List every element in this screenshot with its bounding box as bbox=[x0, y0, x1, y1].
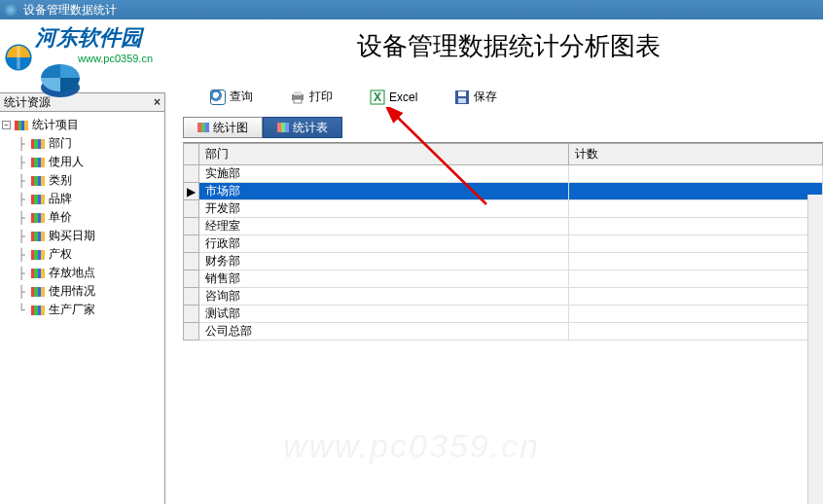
table-row[interactable]: 开发部 bbox=[184, 200, 823, 218]
tree-item[interactable]: ├产权 bbox=[2, 245, 162, 264]
sidebar-close-icon[interactable]: × bbox=[154, 95, 161, 109]
bars-icon bbox=[31, 269, 45, 278]
col-count[interactable]: 计数 bbox=[569, 144, 823, 165]
bars-icon bbox=[31, 287, 45, 297]
bars-icon bbox=[277, 123, 289, 132]
cell-dept: 行政部 bbox=[199, 235, 569, 253]
tree-item-label: 产权 bbox=[49, 246, 72, 263]
row-gutter bbox=[184, 306, 199, 323]
bars-icon bbox=[31, 139, 45, 149]
svg-rect-1 bbox=[17, 46, 19, 69]
vertical-scrollbar[interactable] bbox=[807, 195, 823, 504]
tree-item-label: 存放地点 bbox=[49, 265, 95, 281]
app-icon bbox=[4, 3, 18, 17]
row-gutter bbox=[184, 235, 199, 253]
search-icon bbox=[210, 90, 226, 105]
cell-count bbox=[569, 183, 823, 200]
table-row[interactable]: 实施部 bbox=[184, 165, 823, 183]
cell-dept: 销售部 bbox=[199, 270, 569, 288]
table-row[interactable]: 经理室 bbox=[184, 218, 823, 235]
cell-dept: 公司总部 bbox=[199, 323, 569, 341]
bars-icon bbox=[31, 250, 45, 260]
svg-rect-9 bbox=[458, 91, 466, 96]
excel-icon: X bbox=[370, 90, 385, 105]
table-row[interactable]: 咨询部 bbox=[184, 288, 823, 306]
toolbar: 查询 打印 X Excel 保存 bbox=[165, 78, 823, 117]
tree-item[interactable]: ├部门 bbox=[2, 134, 162, 153]
tree-root[interactable]: − 统计项目 bbox=[2, 116, 162, 134]
bars-icon bbox=[197, 123, 209, 132]
tab-chart[interactable]: 统计图 bbox=[183, 117, 263, 138]
logo-area: 河东软件园 www.pc0359.cn bbox=[0, 19, 195, 88]
row-gutter bbox=[184, 323, 199, 341]
tree-item-label: 购买日期 bbox=[49, 228, 95, 244]
tabset: 统计图 统计表 bbox=[165, 117, 823, 138]
tree-item-label: 部门 bbox=[49, 135, 72, 152]
row-gutter bbox=[184, 253, 199, 270]
tab-table[interactable]: 统计表 bbox=[263, 117, 342, 138]
cell-dept: 咨询部 bbox=[199, 288, 569, 306]
svg-rect-4 bbox=[294, 91, 302, 95]
row-gutter bbox=[184, 165, 199, 183]
tree-item[interactable]: ├单价 bbox=[2, 208, 162, 227]
pie-chart-icon bbox=[37, 58, 84, 105]
tree-item[interactable]: ├购买日期 bbox=[2, 227, 162, 245]
collapse-icon[interactable]: − bbox=[2, 121, 11, 129]
cell-dept: 开发部 bbox=[199, 200, 569, 218]
tree-item[interactable]: ├类别 bbox=[2, 171, 162, 190]
tree-item-label: 使用人 bbox=[49, 154, 84, 170]
svg-text:X: X bbox=[374, 90, 381, 104]
table-row[interactable]: 销售部 bbox=[184, 270, 823, 288]
tree-item-label: 生产厂家 bbox=[49, 302, 95, 318]
main-area: 查询 打印 X Excel 保存 统计图 统计表 bbox=[165, 78, 823, 504]
tree-item[interactable]: ├品牌 bbox=[2, 190, 162, 208]
cell-count bbox=[569, 165, 823, 183]
tree-item-label: 单价 bbox=[49, 209, 72, 226]
print-button[interactable]: 打印 bbox=[290, 89, 333, 105]
bars-icon bbox=[31, 306, 45, 315]
cell-dept: 财务部 bbox=[199, 253, 569, 270]
sidebar: 统计资源 × − 统计项目 ├部门├使用人├类别├品牌├单价├购买日期├产权├存… bbox=[0, 92, 165, 504]
cell-dept: 实施部 bbox=[199, 165, 569, 183]
tree-item[interactable]: ├使用人 bbox=[2, 153, 162, 171]
tree-item-label: 使用情况 bbox=[49, 283, 95, 300]
tree-item-label: 品牌 bbox=[49, 191, 72, 207]
tree-item[interactable]: ├使用情况 bbox=[2, 282, 162, 301]
cell-count bbox=[569, 218, 823, 235]
page-title: 设备管理数据统计分析图表 bbox=[195, 29, 823, 63]
tree: − 统计项目 ├部门├使用人├类别├品牌├单价├购买日期├产权├存放地点├使用情… bbox=[0, 112, 164, 504]
table-row[interactable]: 公司总部 bbox=[184, 323, 823, 341]
bars-icon bbox=[31, 232, 45, 241]
cell-count bbox=[569, 270, 823, 288]
cell-count bbox=[569, 323, 823, 341]
tree-item[interactable]: ├存放地点 bbox=[2, 264, 162, 282]
data-grid[interactable]: 部门 计数 实施部▶市场部开发部经理室行政部财务部销售部咨询部测试部公司总部 bbox=[183, 143, 823, 341]
cell-count bbox=[569, 253, 823, 270]
svg-rect-10 bbox=[458, 98, 466, 103]
bars-icon bbox=[31, 213, 45, 223]
tree-item-label: 类别 bbox=[49, 172, 72, 189]
gutter-header bbox=[184, 144, 199, 165]
col-dept[interactable]: 部门 bbox=[199, 144, 569, 165]
save-button[interactable]: 保存 bbox=[454, 89, 497, 105]
logo-globe-icon bbox=[2, 41, 35, 74]
cell-count bbox=[569, 306, 823, 323]
printer-icon bbox=[290, 90, 305, 105]
cell-dept: 经理室 bbox=[199, 218, 569, 235]
window-title: 设备管理数据统计 bbox=[23, 2, 117, 18]
table-row[interactable]: 财务部 bbox=[184, 253, 823, 270]
excel-button[interactable]: X Excel bbox=[370, 90, 417, 105]
bars-icon bbox=[31, 158, 45, 167]
row-gutter bbox=[184, 270, 199, 288]
table-row[interactable]: 行政部 bbox=[184, 235, 823, 253]
table-row[interactable]: ▶市场部 bbox=[184, 183, 823, 200]
bars-icon bbox=[31, 176, 45, 186]
cell-dept: 测试部 bbox=[199, 306, 569, 323]
row-gutter: ▶ bbox=[184, 183, 199, 200]
row-gutter bbox=[184, 218, 199, 235]
query-button[interactable]: 查询 bbox=[210, 89, 253, 105]
tree-item[interactable]: └生产厂家 bbox=[2, 301, 162, 319]
row-gutter bbox=[184, 288, 199, 306]
cell-count bbox=[569, 288, 823, 306]
table-row[interactable]: 测试部 bbox=[184, 306, 823, 323]
